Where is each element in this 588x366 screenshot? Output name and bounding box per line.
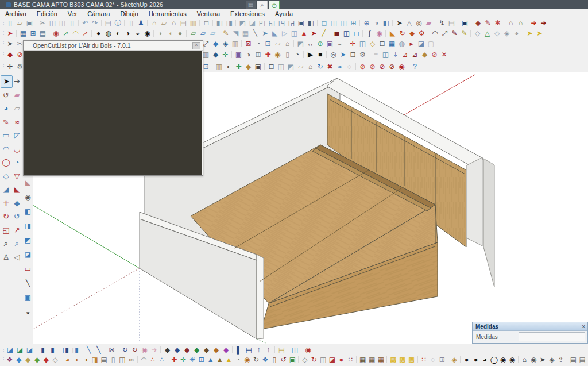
toolbar-icon[interactable]: ◍ [103, 29, 113, 38]
toolbar-icon[interactable]: ◪ [328, 355, 337, 364]
close-icon[interactable]: × [582, 323, 587, 330]
toolbar-icon[interactable]: ◆ [24, 355, 33, 364]
toolbar-icon[interactable]: ◔ [11, 156, 22, 169]
toolbar-icon[interactable]: ▩ [398, 355, 407, 364]
medidas-panel[interactable]: Medidas × Medidas [472, 322, 588, 344]
toolbar-icon[interactable]: ◈ [547, 355, 556, 364]
toolbar-icon[interactable]: ∴ [148, 355, 157, 364]
toolbar-icon[interactable]: ▱ [188, 29, 198, 38]
polygon-tool-icon[interactable]: ◇ [1, 170, 11, 183]
redo-icon[interactable]: ↷ [90, 18, 100, 28]
toolbar-icon[interactable]: ● [336, 355, 346, 364]
toolbar-icon[interactable]: ▷ [280, 29, 289, 38]
toolbar-handle[interactable]: ⋮ [1, 355, 5, 364]
offset-tool-icon[interactable]: ↗ [11, 224, 22, 237]
toolbar-icon[interactable]: ◁ [11, 251, 22, 264]
toolbar-icon[interactable]: ◪ [25, 345, 34, 355]
toolbar-icon[interactable]: ◉ [23, 190, 33, 204]
toolbar-icon[interactable]: ⊘ [387, 62, 397, 71]
toolbar-icon[interactable]: ◆ [202, 345, 211, 355]
arc-tool-icon[interactable]: ◠ [1, 143, 11, 156]
toolbar-icon[interactable]: ◨ [225, 18, 234, 28]
toolbar-icon[interactable]: ▸ [407, 39, 416, 48]
menu-dibujo[interactable]: Dibujo [115, 10, 143, 17]
toolbar-icon[interactable]: ◆ [5, 50, 15, 59]
toolbar-icon[interactable]: ◣ [11, 183, 22, 196]
undo-icon[interactable]: ↶ [80, 18, 90, 28]
toolbar-icon[interactable]: ◣ [388, 29, 397, 38]
move-tool-icon[interactable]: ✛ [1, 197, 11, 210]
toolbar-icon[interactable]: ◐ [224, 62, 234, 71]
toolbar-icon[interactable]: ↔ [305, 39, 315, 48]
toolbar-icon[interactable]: ◥ [231, 29, 241, 38]
toolbar-icon[interactable]: ◆ [14, 355, 24, 364]
toolbar-icon[interactable]: ▣ [234, 50, 243, 59]
eraser-tool-icon[interactable]: ▰ [11, 89, 22, 102]
toolbar-icon[interactable]: ✎ [450, 29, 459, 38]
toolbar-icon[interactable]: ◫ [339, 18, 349, 28]
grid-icon[interactable]: ▦ [246, 1, 256, 9]
toolbar-icon[interactable]: ⊟ [348, 50, 358, 59]
toolbar-icon[interactable]: ◗ [72, 355, 82, 364]
toolbar-icon[interactable]: ⌂ [305, 62, 315, 71]
toolbar-icon[interactable]: ▱ [296, 62, 305, 71]
toolbar-icon[interactable]: ⌂ [169, 18, 179, 28]
toolbar-icon[interactable]: ╲ [94, 345, 103, 355]
toolbar-icon[interactable]: ▦ [368, 355, 377, 364]
toolbar-icon[interactable]: ➤ [525, 29, 535, 38]
toolbar-icon[interactable]: ◖ [165, 29, 175, 38]
toolbar-icon[interactable]: ◕ [512, 29, 521, 38]
menu-herramientas[interactable]: Herramientas [144, 10, 192, 17]
toolbar-icon[interactable]: ◠ [139, 355, 148, 364]
toolbar-icon[interactable]: ◐ [113, 29, 123, 38]
toolbar-icon[interactable]: ▦ [358, 355, 368, 364]
model-face[interactable] [257, 255, 264, 339]
toolbar-icon[interactable]: ✚ [169, 355, 179, 364]
toolbar-icon[interactable]: ▦ [387, 39, 397, 48]
menu-extensiones[interactable]: Extensiones [225, 10, 270, 17]
toolbar-icon[interactable]: ▢ [426, 39, 436, 48]
toolbar-icon[interactable]: ➔ [149, 345, 159, 355]
toolbar-icon[interactable]: ⊞ [253, 50, 263, 59]
toolbar-icon[interactable]: ◈ [450, 355, 459, 364]
followme-tool-icon[interactable]: ↺ [11, 210, 22, 223]
toolbar-icon[interactable]: ▯ [283, 50, 292, 59]
toolbar-icon[interactable]: ◪ [23, 247, 33, 261]
toolbar-icon[interactable]: ▽ [11, 170, 22, 183]
toolbar-handle[interactable]: ⋮ [1, 39, 5, 48]
toolbar-icon[interactable]: ▭ [23, 261, 33, 276]
calculator-icon[interactable]: ▦ [241, 29, 250, 38]
toolbar-icon[interactable]: ◧ [23, 204, 33, 218]
toolbar-icon[interactable]: ◫ [276, 62, 286, 71]
toolbar-icon[interactable]: ⤢ [440, 29, 450, 38]
toolbar-icon[interactable]: ↻ [130, 345, 140, 355]
circle-tool-icon[interactable]: ◯ [1, 156, 11, 169]
toolbar-icon[interactable]: ◉ [303, 345, 313, 355]
toolbar-icon[interactable]: ▯ [109, 355, 118, 364]
history-icon[interactable]: ◷ [269, 1, 280, 10]
toolbar-icon[interactable]: ▮ [48, 345, 57, 355]
menu-edicin[interactable]: Edición [32, 10, 63, 17]
toolbar-icon[interactable]: ◌ [428, 355, 438, 364]
toolbar-icon[interactable]: ◨ [23, 218, 33, 233]
toolbar-icon[interactable]: ◍ [397, 39, 407, 48]
line-tool-icon[interactable]: ✎ [1, 116, 11, 129]
toolbar-icon[interactable]: ➤ [309, 29, 319, 38]
opencutlist-panel[interactable] [24, 51, 202, 175]
paste-icon[interactable]: ◫ [57, 18, 67, 28]
toolbar-icon[interactable]: ↧ [390, 50, 400, 59]
toolbar-icon[interactable]: ↻ [397, 29, 407, 38]
toolbar-icon[interactable]: ⊕ [362, 18, 372, 28]
medidas-titlebar[interactable]: Medidas × [473, 322, 587, 331]
toolbar-icon[interactable]: ⊞ [349, 18, 358, 28]
toolbar-icon[interactable]: ➔ [11, 75, 22, 88]
copy-icon[interactable]: ◫ [48, 18, 57, 28]
toolbar-icon[interactable]: ◳ [277, 18, 287, 28]
toolbar-icon[interactable]: ✛ [348, 39, 358, 48]
toolbar-icon[interactable]: ◻ [319, 18, 329, 28]
toolbar-icon[interactable]: ≈ [335, 62, 345, 71]
toolbar-icon[interactable]: ↻ [310, 355, 319, 364]
toolbar-icon[interactable]: ◰ [257, 18, 267, 28]
toolbar-icon[interactable]: ❖ [261, 355, 270, 364]
search-icon[interactable]: ⌕ [257, 1, 268, 10]
